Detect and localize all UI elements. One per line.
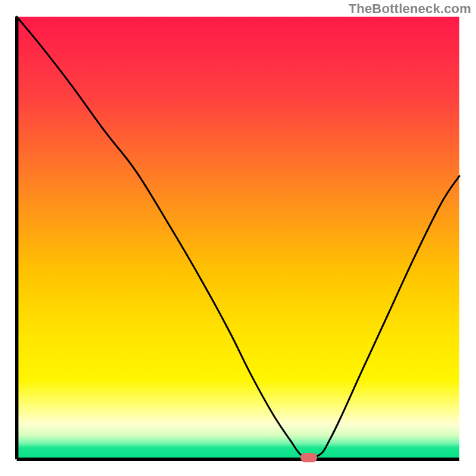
chart-container: TheBottleneck.com [0,0,476,476]
optimal-marker [300,453,317,462]
bottleneck-chart [0,0,476,476]
gradient-background [17,17,459,459]
